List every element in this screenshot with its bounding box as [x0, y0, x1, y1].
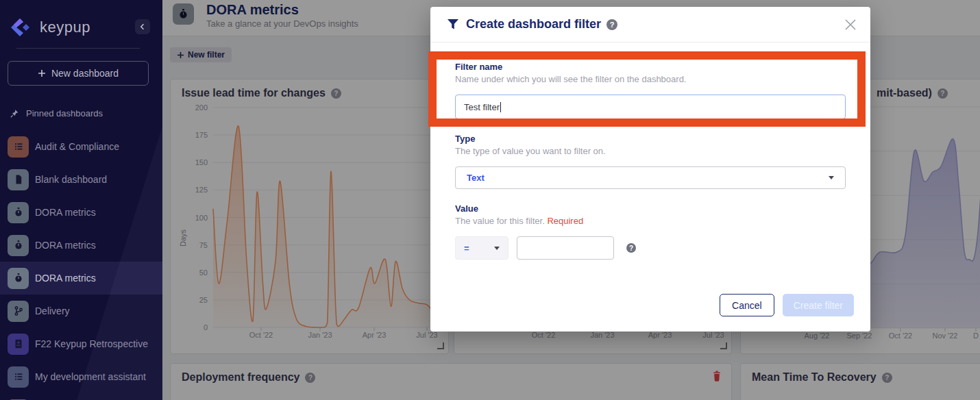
sidebar: keypup New dashboard Pinned dashboards A… [0, 0, 162, 400]
sidebar-item[interactable]: Audit & Compliance [0, 130, 162, 163]
sidebar-item[interactable]: Blank dashboard [0, 163, 162, 196]
sidebar-item-label: Delivery [35, 305, 70, 316]
sidebar-items: Audit & ComplianceBlank dashboardDORA me… [0, 130, 162, 400]
dialog-help-icon[interactable]: ? [607, 19, 617, 30]
value-input[interactable] [517, 236, 614, 260]
sidebar-item-label: Blank dashboard [35, 174, 107, 185]
new-dashboard-label: New dashboard [51, 68, 119, 79]
sidebar-item-label: Audit & Compliance [35, 141, 119, 152]
filter-funnel-icon [447, 18, 459, 30]
pin-icon [10, 109, 19, 118]
keypup-logo[interactable]: keypup [10, 16, 154, 38]
logo-text: keypup [40, 18, 90, 36]
operator-select[interactable]: = [455, 236, 509, 260]
pinned-dashboards-label: Pinned dashboards [10, 108, 103, 118]
type-select[interactable]: Text [455, 166, 846, 189]
cancel-button[interactable]: Cancel [720, 294, 774, 316]
filter-name-helper: Name under which you will see the filter… [455, 74, 846, 84]
sidebar-item[interactable] [0, 393, 162, 400]
type-helper: The type of value you want to filter on. [455, 146, 846, 156]
sidebar-item[interactable]: DORA metrics [0, 229, 162, 262]
sidebar-item-label: My development assistant [35, 371, 146, 382]
stopwatch-icon [8, 268, 29, 289]
chevron-down-icon [829, 176, 834, 179]
sidebar-item[interactable]: DORA metrics [0, 262, 162, 295]
value-label: Value [455, 203, 846, 214]
sidebar-divider [16, 48, 140, 49]
filter-name-label: Filter name [455, 62, 846, 72]
close-icon[interactable] [844, 18, 857, 31]
sidebar-collapse-button[interactable] [135, 19, 150, 34]
value-help-icon[interactable]: ? [626, 243, 636, 253]
new-dashboard-button[interactable]: New dashboard [8, 61, 149, 86]
document-icon [8, 169, 29, 190]
app-root: keypup New dashboard Pinned dashboards A… [0, 0, 980, 400]
sidebar-item-label: F22 Keypup Retrospective [35, 338, 148, 349]
sidebar-item[interactable]: DORA metrics [0, 196, 162, 229]
git-branch-icon [8, 301, 29, 322]
checklist-icon [8, 136, 29, 158]
sidebar-item[interactable]: F22 Keypup Retrospective [0, 327, 162, 360]
chevron-left-icon [138, 23, 147, 31]
stopwatch-icon [8, 202, 29, 223]
value-helper: The value for this filter. Required [455, 216, 846, 226]
filter-name-input[interactable]: Test filter [455, 95, 846, 119]
create-filter-button[interactable]: Create filter [783, 294, 854, 316]
stopwatch-icon [8, 235, 29, 256]
text-cursor [500, 102, 501, 112]
filter-name-section: Filter name Name under which you will se… [455, 62, 846, 119]
type-label: Type [455, 134, 846, 144]
badge-icon [8, 334, 29, 355]
sidebar-item[interactable]: My development assistant [0, 360, 162, 393]
type-section: Type The type of value you want to filte… [455, 134, 846, 189]
value-section: Value The value for this filter. Require… [455, 203, 846, 260]
checklist-icon [8, 366, 29, 388]
required-badge: Required [547, 216, 583, 226]
sidebar-item-label: DORA metrics [35, 240, 96, 251]
sidebar-item[interactable]: Delivery [0, 295, 162, 327]
dialog-title: Create dashboard filter [466, 17, 601, 32]
dialog-header: Create dashboard filter ? [430, 7, 870, 42]
sidebar-item-label: DORA metrics [35, 273, 96, 284]
keypup-logo-icon [10, 17, 33, 38]
create-filter-dialog: Create dashboard filter ? Filter name Na… [430, 7, 870, 332]
sidebar-item-label: DORA metrics [35, 207, 96, 218]
chevron-down-icon [494, 247, 500, 250]
plus-icon [38, 69, 46, 77]
